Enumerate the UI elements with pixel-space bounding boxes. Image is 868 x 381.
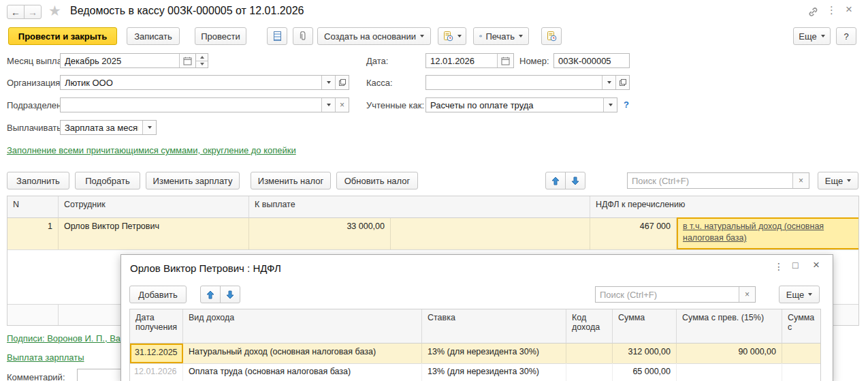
doc-history-button[interactable] — [541, 27, 562, 45]
table-row[interactable]: 31.12.2025 Натуральный доход (основная н… — [130, 344, 820, 364]
cell-payout-extra[interactable] — [391, 218, 590, 249]
doc-history-dropdown-button[interactable] — [438, 27, 466, 45]
cell-date-active[interactable]: 31.12.2025 — [130, 344, 183, 363]
date-field[interactable] — [425, 53, 514, 68]
dialog-move-down-button[interactable] — [220, 286, 240, 303]
back-button[interactable]: ← — [7, 5, 25, 19]
month-stepper[interactable] — [196, 53, 208, 68]
clear-search-icon[interactable]: × — [739, 287, 755, 302]
cell-ndfl-amount[interactable]: 467 000 — [590, 218, 677, 249]
change-salary-button[interactable]: Изменить зарплату — [146, 172, 240, 189]
clear-search-icon[interactable]: × — [792, 173, 809, 188]
update-tax-button[interactable]: Обновить налог — [336, 172, 418, 189]
cell-amount-cut[interactable] — [782, 363, 820, 381]
cell-employee[interactable]: Орлов Виктор Петрович — [59, 218, 249, 249]
cell-amount-excess[interactable] — [677, 363, 782, 381]
cell-amount-cut[interactable] — [782, 344, 820, 363]
dropdown-button[interactable] — [602, 76, 615, 89]
register-records-button[interactable] — [267, 27, 287, 45]
month-field[interactable] — [60, 53, 196, 68]
clear-icon[interactable]: × — [335, 98, 349, 112]
pay-field[interactable] — [60, 120, 157, 135]
open-icon[interactable] — [615, 76, 629, 89]
attachments-button[interactable] — [293, 27, 313, 45]
dropdown-button[interactable] — [142, 121, 156, 134]
pick-button[interactable]: Подобрать — [75, 172, 140, 189]
organization-field[interactable] — [60, 75, 349, 90]
dialog-maximize-icon[interactable]: □ — [792, 260, 798, 271]
save-button[interactable]: Записать — [127, 27, 180, 45]
pay-label: Выплачивать: — [7, 123, 64, 133]
department-field[interactable]: × — [60, 97, 349, 112]
help-button[interactable]: ? — [836, 27, 856, 45]
forward-button[interactable]: → — [24, 5, 42, 19]
cell-payout[interactable]: 33 000,00 — [249, 218, 391, 249]
dialog-search-input[interactable] — [596, 287, 739, 302]
cell-date[interactable]: 12.01.2026 — [130, 363, 183, 381]
dialog-more-icon[interactable]: ⋮ — [774, 261, 784, 272]
get-link-icon[interactable] — [807, 6, 819, 20]
table-more-button[interactable]: Еще — [818, 172, 858, 189]
cell-income-type[interactable]: Оплата труда (основная налоговая база) — [183, 363, 422, 381]
salary-payout-link[interactable]: Выплата зарплаты — [7, 352, 84, 363]
calendar-icon[interactable] — [179, 54, 195, 67]
cell-amount-excess[interactable]: 90 000,00 — [677, 344, 782, 363]
cell-row-number[interactable]: 1 — [7, 218, 59, 249]
cell-rate[interactable]: 13% (для нерезидента 30%) — [422, 344, 566, 363]
post-button[interactable]: Провести — [195, 27, 246, 45]
fill-button[interactable]: Заполнить — [7, 172, 69, 189]
dialog-move-up-button[interactable] — [200, 286, 221, 303]
create-based-on-button[interactable]: Создать на основании — [317, 27, 431, 45]
date-input[interactable] — [426, 54, 497, 67]
cell-ndfl-detail-active[interactable]: в т.ч. натуральный доход (основная налог… — [677, 217, 859, 249]
pay-input[interactable] — [61, 121, 142, 134]
move-up-button[interactable] — [545, 172, 566, 189]
organization-input[interactable] — [61, 76, 321, 89]
table-row[interactable]: 12.01.2026 Оплата труда (основная налого… — [130, 363, 820, 381]
window-close-icon[interactable]: × — [846, 3, 852, 16]
accounted-as-input[interactable] — [426, 98, 603, 112]
cell-income-code[interactable] — [566, 344, 613, 363]
print-button[interactable]: Печать — [473, 27, 529, 45]
number-field[interactable] — [553, 53, 630, 68]
step-down-icon[interactable] — [196, 61, 208, 68]
cell-rate[interactable]: 13% (для нерезидента 30%) — [422, 363, 566, 381]
table-search-field[interactable]: × — [627, 172, 809, 189]
window-more-icon[interactable]: ⋮ — [826, 4, 837, 16]
accounted-help-link[interactable]: ? — [624, 100, 629, 110]
post-and-close-button[interactable]: Провести и закрыть — [8, 27, 117, 45]
footer-cell — [7, 305, 59, 326]
toolbar-more-button[interactable]: Еще — [793, 27, 831, 45]
cashbox-label: Касса: — [366, 78, 393, 88]
add-button[interactable]: Добавить — [129, 286, 187, 303]
favorite-star-icon[interactable]: ★ — [48, 3, 61, 19]
number-input[interactable] — [554, 54, 629, 67]
cell-income-code[interactable] — [566, 363, 613, 381]
month-input[interactable] — [61, 54, 179, 67]
dialog-search-field[interactable]: × — [595, 286, 756, 303]
department-input[interactable] — [61, 98, 321, 112]
change-tax-button[interactable]: Изменить налог — [251, 172, 331, 189]
dropdown-button[interactable] — [321, 98, 335, 112]
calendar-icon[interactable] — [497, 54, 513, 67]
cell-amount[interactable]: 65 000,00 — [613, 363, 677, 381]
cell-amount[interactable]: 312 000,00 — [613, 344, 677, 363]
accounted-as-field[interactable] — [425, 97, 617, 112]
column-header-amount: Сумма — [613, 309, 677, 344]
cashbox-field[interactable] — [425, 75, 630, 90]
cashbox-input[interactable] — [426, 76, 602, 89]
dropdown-button[interactable] — [321, 76, 335, 89]
printer-icon — [479, 31, 482, 41]
open-icon[interactable] — [335, 76, 349, 89]
dropdown-button[interactable] — [603, 98, 617, 112]
signatures-link[interactable]: Подписи: Воронов И. П., Ва — [7, 333, 120, 344]
table-row[interactable]: 1 Орлов Виктор Петрович 33 000,00 467 00… — [7, 218, 858, 250]
search-input[interactable] — [628, 173, 792, 188]
fill-settings-link[interactable]: Заполнение всеми причитающимися суммами,… — [7, 144, 310, 157]
dialog-more-button[interactable]: Еще — [779, 286, 820, 303]
cell-income-type[interactable]: Натуральный доход (основная налоговая ба… — [183, 344, 422, 363]
ndfl-detail-link[interactable]: в т.ч. натуральный доход (основная налог… — [683, 222, 824, 243]
dialog-close-icon[interactable]: × — [813, 258, 820, 272]
step-up-icon[interactable] — [196, 54, 208, 61]
move-down-button[interactable] — [565, 172, 585, 189]
